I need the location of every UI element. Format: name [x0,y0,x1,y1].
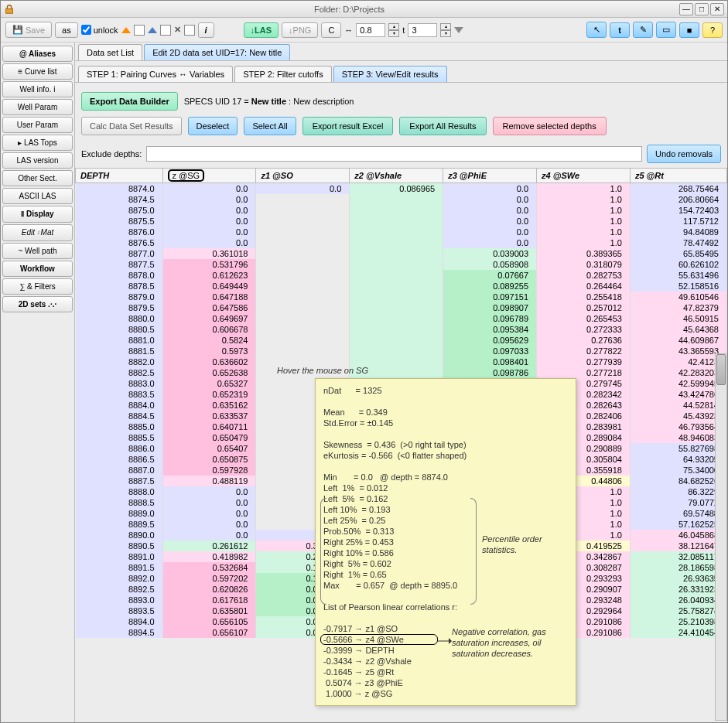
table-row[interactable]: 8877.50.5317960.0589080.31807960.626102 [76,259,727,270]
spin-up-2[interactable]: ▴ [440,23,451,30]
table-row[interactable]: 8882.00.6366020.0984010.27793942.4123 [76,356,727,367]
table-row[interactable]: 8875.00.00.01.0154.72403 [76,205,727,216]
col-header[interactable]: z1 @SO [256,169,350,183]
cell: 42.283203 [630,367,726,378]
cell [256,335,350,346]
table-row[interactable]: 8876.50.00.01.078.47492 [76,237,727,248]
spin-down-2[interactable]: ▾ [440,30,451,37]
cell [350,292,443,302]
cell-depth: 8894.5 [76,627,163,638]
table-row[interactable]: 8874.00.00.00.0869650.01.0268.75464 [76,183,727,195]
sidebar-workflow[interactable]: Workflow [2,261,73,277]
col-header[interactable]: z2 @Vshale [350,169,443,183]
table-row[interactable]: 8876.00.00.01.094.84089 [76,227,727,237]
sidebar-well-info[interactable]: Well info. i [2,81,73,97]
vertical-scrollbar[interactable] [715,353,727,721]
table-row[interactable]: 8879.00.6471880.0971510.25541849.610546 [76,292,727,302]
cell-depth: 8881.5 [76,346,163,356]
export-excel-button[interactable]: Export result Excel [302,117,394,135]
export-all-button[interactable]: Export All Results [399,117,486,135]
tool-text-button[interactable]: t [610,22,630,38]
table-row[interactable]: 8874.50.00.01.0206.80664 [76,194,727,205]
x-icon[interactable]: ✕ [174,25,181,35]
remove-depths-button[interactable]: Remove selected depths [493,117,607,135]
cell: 0.097151 [443,292,537,302]
cell: 75.34006 [630,465,726,476]
exclude-input[interactable] [146,146,642,162]
sidebar-display[interactable]: ⦀ Display [2,206,73,223]
col-header[interactable]: z4 @SWe [537,169,631,183]
tab-step1[interactable]: STEP 1: Pairing Curves ↔ Variables [78,66,233,82]
table-row[interactable]: 8878.50.6494490.0892550.26446452.158516 [76,281,727,292]
minimize-button[interactable]: — [679,3,693,15]
sidebar-filters[interactable]: ∑ & Filters [2,278,73,295]
table-row[interactable]: 8877.00.3610180.0390030.38936565.85495 [76,248,727,259]
col-header[interactable]: z3 @PhiE [443,169,537,183]
box-icon-3[interactable] [184,25,195,36]
tab-step2[interactable]: STEP 2: Filter cutoffs [234,66,332,82]
las-export-button[interactable]: ↓LAS [244,22,279,38]
cell: 46.045868 [630,530,726,541]
sidebar-aliases[interactable]: @ Aliases [2,46,73,62]
blue-triangle-icon[interactable] [148,27,157,33]
png-export-button[interactable]: ↓PNG [282,22,318,38]
sidebar-other-sect[interactable]: Other Sect. [2,170,73,186]
undo-removals-button[interactable]: Undo removals [647,145,721,163]
value1-input[interactable] [356,23,385,37]
box-icon-1[interactable] [134,25,145,36]
tab-edit-2d[interactable]: Edit 2D data set UID=17: New title [144,44,290,60]
cell: 1.0 [537,205,631,216]
sidebar-well-param[interactable]: Well Param [2,99,73,115]
select-all-button[interactable]: Select All [244,117,296,135]
tool-arrow-button[interactable]: ↖ [586,22,607,38]
sidebar-ascii-las[interactable]: ASCII LAS [2,188,73,204]
save-button[interactable]: 💾Save [5,22,52,38]
tool-pencil-button[interactable]: ✎ [633,22,653,38]
sidebar-well-path[interactable]: ~ Well path [2,243,73,259]
tab-data-set-list[interactable]: Data set List [78,44,142,60]
box-icon-2[interactable] [160,25,171,36]
orange-triangle-icon[interactable] [121,27,131,33]
table-row[interactable]: 8879.50.6475860.0989070.25701247.82379 [76,302,727,313]
sidebar-curve-list[interactable]: ≡ Curve list [2,63,73,80]
sidebar-2d-sets[interactable]: 2D sets .·.· [2,296,73,312]
table-row[interactable]: 8881.50.59730.0970330.27782243.365593 [76,346,727,356]
tab-step3[interactable]: STEP 3: View/Edit results [333,66,447,82]
table-row[interactable]: 8878.00.6126230.076670.28275355.631496 [76,270,727,281]
table-row[interactable]: 8882.50.6526380.0987860.27721842.283203 [76,367,727,378]
cell: 25.210398 [630,616,726,627]
sidebar-user-param[interactable]: User Param [2,117,73,133]
sidebar-edit-mat[interactable]: Edit ⦂ Mat [2,224,73,241]
save-as-button[interactable]: as [55,22,78,38]
col-header[interactable]: DEPTH [76,169,163,183]
unlock-checkbox[interactable]: unlock [81,25,118,35]
info-button[interactable]: i [198,22,214,38]
cell: 0.07667 [443,270,537,281]
table-row[interactable]: 8881.00.58240.0956290.2763644.609867 [76,335,727,346]
c-button[interactable]: C [321,22,341,38]
cell: 0.277939 [537,356,631,367]
tool-rect-button[interactable]: ▭ [656,22,676,38]
table-row[interactable]: 8875.50.00.01.0117.5712 [76,216,727,227]
value2-input[interactable] [408,23,437,37]
col-header[interactable]: z @SG [162,169,256,183]
sidebar-las-tops[interactable]: ▸ LAS Tops [2,135,73,151]
scrollbar-thumb[interactable] [716,354,726,385]
spin-down[interactable]: ▾ [388,30,399,37]
table-row[interactable]: 8880.00.6496970.0967890.26545346.50915 [76,313,727,324]
spin-up[interactable]: ▴ [388,23,399,30]
hover-annotation: Hover the mouse on SG [277,365,368,376]
dropdown-icon[interactable] [454,27,463,33]
col-header[interactable]: z5 @Rt [630,169,726,183]
cell-depth: 8879.5 [76,302,163,313]
export-data-builder-button[interactable]: Export Data Builder [81,92,178,111]
cell: 0.361018 [162,248,256,259]
table-row[interactable]: 8880.50.6066780.0953840.27233345.64368 [76,324,727,335]
sidebar-las-version[interactable]: LAS version [2,152,73,169]
close-button[interactable]: ✕ [710,3,724,15]
deselect-button[interactable]: Deselect [188,117,238,135]
maximize-button[interactable]: □ [695,3,709,15]
help-button[interactable]: ? [702,22,723,38]
calc-button[interactable]: Calc Data Set Results [81,117,182,135]
tool-square-button[interactable]: ■ [679,22,699,38]
